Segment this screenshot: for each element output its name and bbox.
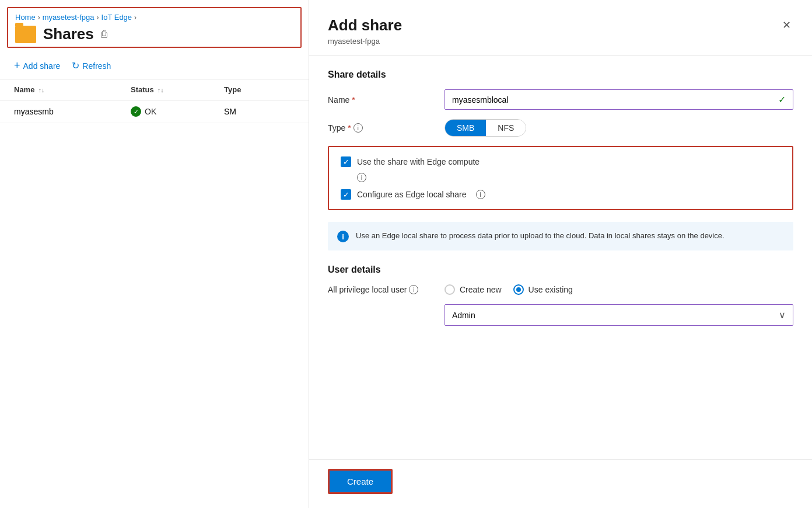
left-panel: Home › myasetest-fpga › IoT Edge › Share… — [0, 0, 309, 508]
breadcrumb-sep2: › — [97, 13, 99, 22]
edge-local-row: ✓ Configure as Edge local share i — [341, 189, 780, 200]
radio-group: Create new Use existing — [444, 284, 793, 295]
edge-compute-info-icon[interactable]: i — [357, 173, 366, 182]
add-share-button[interactable]: + Add share — [14, 60, 60, 72]
panel-header: Add share myasetest-fpga ✕ — [309, 0, 812, 55]
edge-local-info-icon[interactable]: i — [476, 190, 485, 199]
sort-icon-name: ↑↓ — [38, 86, 44, 93]
edge-compute-checkbox[interactable]: ✓ — [341, 156, 351, 167]
table-row[interactable]: myasesmb ✓ OK SM — [0, 100, 309, 123]
edge-local-checkbox[interactable]: ✓ — [341, 189, 351, 200]
edge-compute-box: ✓ Use the share with Edge compute i ✓ Co… — [328, 146, 793, 210]
name-input[interactable]: myasesmblocal ✓ — [444, 89, 793, 110]
row-type: SM — [224, 107, 271, 116]
type-info-icon[interactable]: i — [354, 123, 363, 133]
info-banner-icon: i — [337, 231, 349, 242]
breadcrumb-section[interactable]: IoT Edge — [102, 13, 132, 22]
create-new-label: Create new — [460, 285, 502, 294]
dropdown-area: Admin ∨ — [444, 304, 793, 326]
name-required: * — [352, 95, 355, 105]
edge-compute-label: Use the share with Edge compute — [357, 157, 480, 166]
breadcrumb-header-box: Home › myasetest-fpga › IoT Edge › Share… — [7, 7, 302, 48]
radio-group-container: Create new Use existing — [444, 284, 793, 295]
all-privilege-label: All privilege local user i — [328, 285, 444, 294]
smb-button[interactable]: SMB — [445, 120, 486, 136]
type-required: * — [348, 123, 351, 133]
breadcrumb-home[interactable]: Home — [15, 13, 36, 22]
row-name: myasesmb — [14, 107, 131, 116]
status-ok: ✓ OK — [131, 106, 156, 117]
dropdown-value: Admin — [452, 311, 475, 320]
panel-footer: Create — [309, 459, 812, 508]
refresh-label: Refresh — [82, 61, 111, 71]
folder-icon — [15, 26, 36, 43]
panel-title-area: Add share myasetest-fpga — [328, 16, 402, 46]
create-button[interactable]: Create — [328, 469, 393, 494]
create-new-option[interactable]: Create new — [444, 284, 502, 295]
use-existing-radio — [513, 284, 524, 295]
type-toggle-container: SMB NFS — [444, 119, 793, 137]
edge-local-label: Configure as Edge local share — [357, 190, 467, 199]
name-label: Name * — [328, 95, 444, 105]
page-header-row: Shares ⎙ — [15, 25, 293, 43]
breadcrumb-device[interactable]: myasetest-fpga — [43, 13, 94, 22]
share-details-title: Share details — [328, 69, 793, 80]
user-details-title: User details — [328, 265, 793, 275]
use-existing-option[interactable]: Use existing — [513, 284, 573, 295]
check-icon: ✓ — [778, 94, 786, 105]
sort-icon-status: ↑↓ — [158, 86, 164, 93]
table-header: Name ↑↓ Status ↑↓ Type — [0, 79, 309, 100]
col-header-name[interactable]: Name ↑↓ — [14, 85, 131, 94]
close-button[interactable]: ✕ — [780, 16, 793, 34]
print-icon[interactable]: ⎙ — [101, 28, 107, 40]
panel-title: Add share — [328, 16, 402, 34]
dropdown-arrow-icon: ∨ — [779, 309, 786, 321]
edge-compute-row: ✓ Use the share with Edge compute — [341, 156, 780, 167]
user-dropdown[interactable]: Admin ∨ — [444, 304, 793, 326]
info-banner-text: Use an Edge local share to process data … — [356, 230, 724, 242]
col-header-type: Type — [224, 85, 271, 94]
breadcrumb-sep3: › — [134, 13, 136, 22]
panel-subtitle: myasetest-fpga — [328, 37, 402, 46]
ok-icon: ✓ — [131, 106, 141, 117]
refresh-icon: ↻ — [72, 60, 79, 71]
col-header-status[interactable]: Status ↑↓ — [131, 85, 224, 94]
plus-icon: + — [14, 60, 20, 72]
add-share-label: Add share — [23, 61, 61, 71]
panel-content: Share details Name * myasesmblocal ✓ Typ… — [309, 55, 812, 459]
privilege-info-icon[interactable]: i — [409, 285, 418, 294]
page-title: Shares — [43, 25, 94, 43]
right-panel: Add share myasetest-fpga ✕ Share details… — [309, 0, 812, 508]
user-privilege-row: All privilege local user i Create new — [328, 284, 793, 295]
info-banner: i Use an Edge local share to process dat… — [328, 222, 793, 250]
name-field-row: Name * myasesmblocal ✓ — [328, 89, 793, 110]
refresh-button[interactable]: ↻ Refresh — [72, 60, 111, 71]
user-details-section: User details All privilege local user i … — [328, 265, 793, 326]
type-label: Type * i — [328, 123, 444, 133]
type-toggle-group: SMB NFS — [444, 119, 526, 137]
type-field-row: Type * i SMB NFS — [328, 119, 793, 137]
use-existing-label: Use existing — [528, 285, 573, 294]
nfs-button[interactable]: NFS — [486, 120, 526, 136]
radio-inner-dot — [516, 287, 521, 292]
create-new-radio — [444, 284, 455, 295]
row-status: ✓ OK — [131, 106, 224, 117]
breadcrumb-sep1: › — [38, 13, 40, 22]
breadcrumb: Home › myasetest-fpga › IoT Edge › — [15, 13, 293, 22]
toolbar: + Add share ↻ Refresh — [0, 53, 309, 79]
name-input-container: myasesmblocal ✓ — [444, 89, 793, 110]
